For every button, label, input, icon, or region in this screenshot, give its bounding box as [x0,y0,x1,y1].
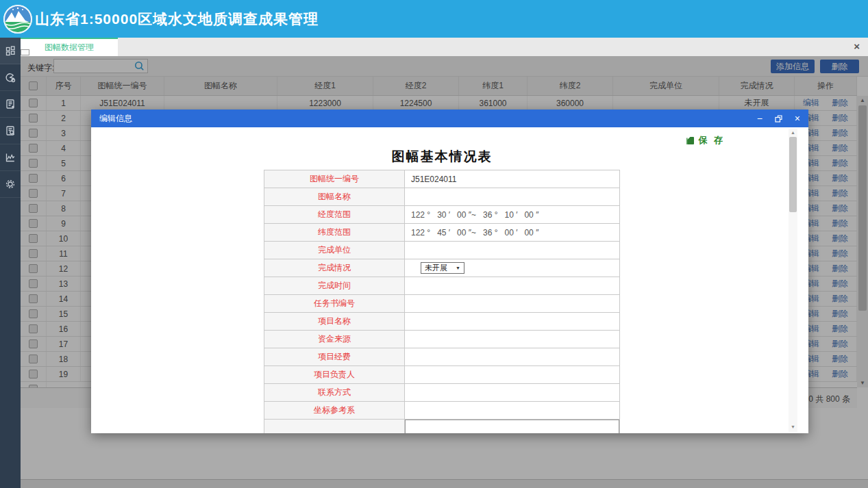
form-row: 纬度范围122 ° 45 ′ 00 ″~ 36 ° 00 ′ 00 ″ [264,224,619,242]
sidebar-collapse-handle[interactable] [21,49,29,55]
form-field-cell[interactable] [405,313,619,330]
form-field-label: 项目经费 [264,348,405,365]
pie-chart-gear-icon [5,72,16,83]
status-select-value: 未开展 [425,263,447,273]
form-row: 项目经费 [264,348,619,366]
form-field-label: 任务书编号 [264,295,405,312]
form-field-cell[interactable] [405,242,619,259]
modal-scroll-down-arrow-icon[interactable]: ▼ [789,423,797,431]
form-field-label: 完成单位 [264,242,405,259]
save-button[interactable]: 保 存 [686,134,725,146]
form-field-cell[interactable]: 122 ° 45 ′ 00 ″~ 36 ° 00 ′ 00 ″ [405,224,619,241]
sidebar-item-settings[interactable] [0,171,21,198]
form-row: 项目名称 [264,313,619,331]
document-search-icon [5,125,16,136]
app-header: 山东省1:50000区域水文地质调查成果管理 [0,0,868,38]
form-field-label: 项目名称 [264,313,405,330]
minimize-icon[interactable]: − [757,114,762,123]
form-row: 完成单位 [264,242,619,259]
form-field-cell[interactable]: 未开展▼ [405,259,619,277]
form-field-label: 完成情况 [264,259,405,277]
modal-close-icon[interactable]: × [795,114,800,123]
form-field-value[interactable]: 122 ° 30 ′ 00 ″~ 36 ° 10 ′ 00 ″ [411,210,538,220]
save-book-icon [686,136,695,145]
sidebar-item-analysis[interactable] [0,144,21,171]
chevron-down-icon: ▼ [456,266,460,270]
modal-scrollbar-thumb[interactable] [789,137,797,212]
dashboard-grid-icon [5,45,16,56]
form-row: 资金来源 [264,331,619,348]
form-field-label: 项目负责人 [264,366,405,383]
form-field-label: 经度范围 [264,206,405,223]
form-field-label: 完成时间 [264,277,405,294]
restore-window-icon[interactable] [775,115,782,123]
form-field-label: 纬度范围 [264,224,405,241]
edit-info-modal: 编辑信息 − × 保 存 [91,110,808,433]
modal-vertical-scrollbar[interactable]: ▲ ▼ [789,129,797,432]
document-note-icon [5,99,16,110]
modal-scroll-up-arrow-icon[interactable]: ▲ [789,129,797,136]
form-row: 项目负责人 [264,366,619,384]
form-field-label: 图幅名称 [264,188,405,205]
form-field-cell[interactable]: 122 ° 30 ′ 00 ″~ 36 ° 10 ′ 00 ″ [405,206,619,223]
form-field-label: 联系方式 [264,384,405,401]
form-field-cell[interactable] [405,188,619,205]
form-field-label: 资金来源 [264,331,405,348]
sidebar-item-data-query[interactable] [0,118,21,144]
modal-window-controls: − × [745,114,800,123]
form-field-label [264,420,405,433]
form-field-cell[interactable] [405,420,619,433]
line-chart-icon [5,152,16,163]
form-row: 经度范围122 ° 30 ′ 00 ″~ 36 ° 10 ′ 00 ″ [264,206,619,224]
save-label: 保 存 [698,134,725,146]
tab-bar: 图幅数据管理 × [21,38,868,56]
status-select[interactable]: 未开展▼ [421,262,464,274]
modal-titlebar[interactable]: 编辑信息 − × [91,110,808,127]
form-row: 任务书编号 [264,295,619,313]
modal-title: 编辑信息 [99,113,132,125]
form-field-cell[interactable] [405,277,619,294]
form-field-value[interactable]: 122 ° 45 ′ 00 ″~ 36 ° 00 ′ 00 ″ [411,228,538,237]
form-row: 完成时间 [264,277,619,295]
form-row [264,420,619,433]
form-title: 图幅基本情况表 [264,148,620,166]
sidebar-item-dashboard[interactable] [0,38,21,64]
mountain-water-emblem-logo [2,3,34,35]
sidebar-item-statistics[interactable] [0,64,21,91]
form-field-label: 坐标参考系 [264,402,405,419]
form-row: 坐标参考系 [264,402,619,420]
form-row: 图幅名称 [264,188,619,206]
app-window: 山东省1:50000区域水文地质调查成果管理 [0,0,868,488]
tab-map-sheet-data[interactable]: 图幅数据管理 [21,38,118,56]
map-sheet-form: 图幅统一编号J51E024011图幅名称经度范围122 ° 30 ′ 00 ″~… [264,170,620,433]
form-field-value[interactable]: J51E024011 [411,175,457,184]
form-row: 图幅统一编号J51E024011 [264,170,619,188]
modal-body: 保 存 图幅基本情况表 图幅统一编号J51E024011图幅名称经度范围122 … [91,127,808,433]
tab-close-icon[interactable]: × [854,41,860,51]
form-field-cell[interactable]: J51E024011 [405,170,619,188]
form-field-cell[interactable] [405,366,619,383]
app-title: 山东省1:50000区域水文地质调查成果管理 [35,10,319,29]
form-textarea[interactable] [405,420,619,433]
form-field-cell[interactable] [405,384,619,401]
settings-gear-icon [5,179,16,190]
form-field-label: 图幅统一编号 [264,170,405,188]
sidebar [0,38,21,488]
form-field-cell[interactable] [405,402,619,419]
form-field-cell[interactable] [405,348,619,365]
form-field-cell[interactable] [405,295,619,312]
sidebar-item-data-entry[interactable] [0,91,21,118]
form-row: 联系方式 [264,384,619,402]
form-row: 完成情况未开展▼ [264,259,619,277]
form-field-cell[interactable] [405,331,619,348]
